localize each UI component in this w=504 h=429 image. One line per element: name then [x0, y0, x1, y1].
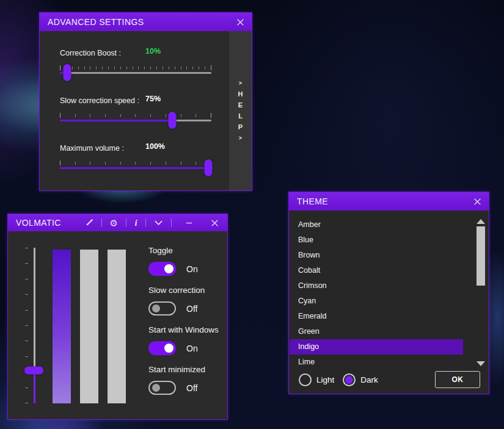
theme-item-blue[interactable]: Blue [290, 233, 463, 248]
theme-item-cyan[interactable]: Cyan [290, 294, 463, 309]
volmatic-title: VOLMATIC [16, 218, 61, 228]
theme-item-green[interactable]: Green [290, 324, 463, 339]
toggle-switch-slow-correction[interactable] [148, 301, 176, 315]
radio-circle[interactable] [343, 373, 356, 386]
tick-mark [181, 162, 181, 165]
scroll-up-icon[interactable] [477, 219, 485, 224]
radio-circle[interactable] [299, 373, 312, 386]
tick-mark [195, 114, 196, 117]
slider-thumb[interactable] [205, 159, 213, 176]
volmatic-titlebar[interactable]: VOLMATIC ⚙ i [8, 214, 227, 231]
info-icon[interactable]: i [134, 218, 137, 228]
ok-button[interactable]: OK [435, 371, 480, 388]
mode-radio-dark[interactable]: Dark [343, 373, 378, 386]
tick-mark [84, 67, 85, 70]
mode-radio-light[interactable]: Light [299, 373, 334, 386]
maximum-volume-value: 100% [145, 142, 165, 151]
tick-mark [25, 279, 28, 279]
theme-item-lime[interactable]: Lime [290, 355, 463, 370]
tick-mark [181, 114, 181, 117]
toolbar-divider [101, 218, 102, 227]
advanced-settings-body: Correction Boost : 10% Slow correction s… [40, 31, 252, 190]
toggle-group-toggle: ToggleOn [148, 246, 219, 276]
theme-item-brown[interactable]: Brown [290, 248, 463, 263]
tick-mark [144, 67, 145, 70]
tick-mark [25, 310, 28, 311]
tick-mark [166, 114, 166, 117]
slider-thumb[interactable] [168, 112, 176, 129]
volume-bars [53, 250, 126, 403]
correction-boost-slider[interactable] [60, 72, 211, 74]
theme-item-crimson[interactable]: Crimson [290, 278, 463, 294]
slider-label-row: Maximum volume : 100% [60, 142, 211, 152]
theme-scrollbar[interactable] [477, 219, 485, 372]
theme-item-emerald[interactable]: Emerald [290, 309, 463, 324]
toggles: ToggleOnSlow correctionOffStart with Win… [148, 246, 219, 405]
volume-slider-thumb[interactable] [24, 367, 43, 375]
help-char: H [238, 90, 243, 98]
slider-thumb[interactable] [64, 64, 71, 81]
master-volume-slider[interactable] [25, 248, 49, 403]
tick-mark [120, 67, 121, 70]
advanced-settings-titlebar[interactable]: ADVANCED SETTINGS [40, 13, 252, 31]
toggle-switch-start-minimized[interactable] [148, 381, 176, 395]
slow-correction-speed-slider[interactable] [60, 120, 211, 121]
tick-mark [90, 67, 90, 70]
volmatic-toolbar: ⚙ i [77, 218, 221, 228]
toggle-switch-toggle[interactable] [148, 262, 176, 276]
switch-knob[interactable] [152, 384, 160, 392]
slider-fill [60, 167, 208, 169]
slider-ticks [60, 160, 211, 165]
toggle-group-start-minimized: Start minimizedOff [148, 365, 219, 395]
help-strip[interactable]: >HELP> [229, 31, 252, 190]
chevron-down-icon[interactable] [154, 220, 163, 226]
gear-icon[interactable]: ⚙ [110, 218, 119, 228]
maximum-volume-label: Maximum volume : [60, 144, 124, 153]
minimize-icon[interactable] [185, 219, 193, 227]
tick-mark [120, 114, 121, 117]
toggle-label-slow-correction: Slow correction [148, 286, 219, 297]
slow-correction-speed-group: Slow correction speed : 75% [60, 95, 211, 121]
theme-item-cobalt[interactable]: Cobalt [290, 263, 463, 278]
switch-knob[interactable] [164, 264, 173, 273]
correction-boost-value: 10% [145, 47, 161, 56]
volume-bar-2[interactable] [80, 250, 98, 403]
slider-label-row: Slow correction speed : 75% [60, 95, 211, 104]
tick-mark [25, 341, 28, 341]
close-icon[interactable] [473, 197, 482, 206]
tick-mark [25, 248, 28, 248]
tick-mark [186, 67, 187, 70]
tick-mark [205, 67, 205, 70]
tick-mark [78, 67, 79, 70]
close-icon[interactable] [210, 218, 219, 228]
tick-mark [169, 67, 169, 70]
mode-radios: LightDark [299, 373, 387, 386]
tick-mark [175, 67, 175, 70]
close-icon[interactable] [236, 18, 245, 27]
tick-mark [90, 114, 90, 117]
scrollbar-thumb[interactable] [477, 226, 485, 286]
toggle-label-start-minimized: Start minimized [148, 365, 219, 376]
help-char: L [238, 112, 243, 120]
tick-mark [60, 113, 60, 118]
volume-bar-3[interactable] [108, 250, 126, 403]
toggle-switch-start-with-windows[interactable] [148, 341, 176, 355]
scroll-down-icon[interactable] [477, 361, 485, 366]
tick-mark [133, 67, 133, 70]
maximum-volume-slider[interactable] [60, 167, 211, 169]
brush-icon[interactable] [85, 218, 93, 227]
theme-titlebar[interactable]: THEME [289, 192, 489, 211]
theme-item-amber[interactable]: Amber [290, 217, 463, 233]
tick-mark [195, 162, 196, 165]
tick-mark [102, 67, 103, 70]
toggle-row: On [148, 341, 219, 355]
volume-bar-active[interactable] [53, 250, 71, 403]
toggle-state: On [186, 264, 198, 274]
switch-knob[interactable] [152, 305, 160, 312]
help-char: P [238, 123, 243, 131]
tick-mark [75, 162, 76, 165]
theme-item-indigo[interactable]: Indigo [290, 339, 463, 355]
slow-correction-speed-value: 75% [145, 95, 161, 103]
radio-label: Light [316, 375, 334, 384]
switch-knob[interactable] [164, 344, 173, 353]
